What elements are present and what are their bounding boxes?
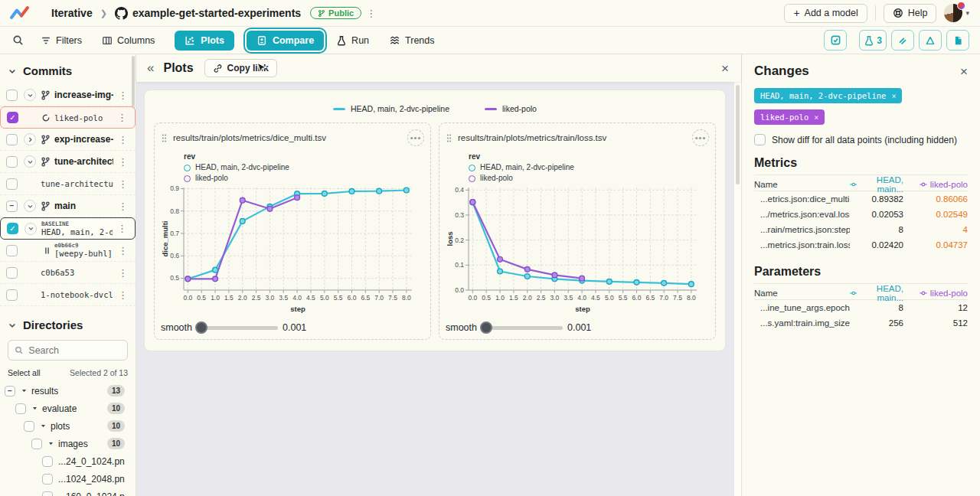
commit-checkbox[interactable]: ✓	[7, 112, 18, 123]
commit-row[interactable]: ✓liked-polo⋮	[0, 106, 136, 129]
commit-checkbox[interactable]	[6, 267, 18, 279]
directory-row[interactable]: plots10	[0, 417, 136, 435]
commit-row[interactable]: ✓BASELINEHEAD, main, 2-dvc-pip…⋮	[0, 217, 136, 240]
user-menu[interactable]: ▾	[944, 4, 969, 22]
commits-section-header[interactable]: Commits	[0, 54, 136, 84]
running-experiments-button[interactable]: 3	[859, 30, 887, 51]
add-model-button[interactable]: + Add a model	[784, 4, 867, 23]
delta-button[interactable]	[919, 30, 942, 51]
smooth-slider[interactable]	[482, 326, 563, 330]
expand-down-icon[interactable]	[24, 89, 36, 101]
plots-button[interactable]: Plots	[175, 31, 234, 51]
tree-caret-icon[interactable]	[47, 440, 54, 447]
kebab-menu-icon[interactable]: ⋮	[113, 223, 132, 234]
columns-button[interactable]: Columns	[102, 35, 155, 46]
remove-tag-icon[interactable]: ×	[891, 92, 896, 100]
help-button[interactable]: Help	[884, 4, 937, 23]
chart-svg[interactable]: 0.00.51.01.52.02.53.03.54.04.55.05.56.06…	[161, 184, 421, 315]
directory-checkbox[interactable]	[42, 474, 53, 485]
brand-name[interactable]: Iterative	[51, 7, 93, 19]
directory-row[interactable]: ...160_0_1024.png	[0, 488, 136, 496]
hidden-commits-button[interactable]	[891, 30, 914, 51]
export-file-button[interactable]	[946, 30, 969, 51]
kebab-menu-icon[interactable]: ⋮	[113, 267, 132, 279]
close-changes-icon[interactable]: ×	[960, 65, 968, 78]
commit-checkbox[interactable]: −	[6, 201, 18, 212]
directory-checkbox[interactable]	[31, 439, 42, 449]
show-diff-toggle[interactable]: Show diff for all data points (including…	[754, 134, 968, 145]
drag-handle-icon[interactable]	[446, 133, 452, 143]
directory-checkbox[interactable]: −	[5, 386, 15, 396]
directory-checkbox[interactable]	[42, 456, 53, 467]
copy-link-button[interactable]: Copy link	[204, 59, 277, 77]
directories-search[interactable]	[8, 340, 128, 361]
directory-row[interactable]: images10	[0, 435, 136, 452]
tree-caret-icon[interactable]	[21, 387, 28, 394]
directory-row[interactable]: ...1024_2048.png	[0, 470, 136, 488]
kebab-menu-icon[interactable]: ⋮	[113, 178, 132, 190]
kebab-menu-icon[interactable]: ⋮	[113, 201, 132, 212]
commit-checkbox[interactable]: ✓	[7, 223, 18, 234]
commit-row[interactable]: tune-architecture⋮	[0, 151, 136, 173]
plots-scrollbar[interactable]	[734, 82, 741, 496]
commit-checkbox[interactable]	[6, 178, 18, 190]
commit-checkbox[interactable]	[6, 134, 18, 145]
run-button[interactable]: Run	[336, 35, 369, 46]
commit-row[interactable]: c0b6a53⋮	[0, 262, 136, 284]
commit-checkbox[interactable]	[6, 90, 18, 101]
commit-checkbox[interactable]	[6, 289, 18, 301]
kebab-menu-icon[interactable]: ⋮	[113, 90, 132, 101]
revision-tag[interactable]: liked-polo×	[754, 109, 825, 125]
directory-checkbox[interactable]	[15, 403, 26, 414]
filters-button[interactable]: Filters	[41, 35, 82, 46]
chart-menu-icon[interactable]: •••	[407, 129, 424, 146]
commit-row[interactable]: exp-increase-lr⋮	[0, 129, 136, 151]
trends-button[interactable]: Trends	[389, 35, 434, 46]
collapse-panel-icon[interactable]: «	[147, 60, 154, 76]
branch-icon	[41, 90, 51, 100]
repo-menu-kebab-icon[interactable]: ⋮	[361, 8, 381, 19]
directory-checkbox[interactable]	[24, 421, 34, 432]
slider-handle[interactable]	[195, 321, 207, 334]
revision-tag[interactable]: HEAD, main, 2-dvc-pipeline×	[754, 88, 902, 103]
commit-row[interactable]: 1-notebook-dvclive⋮	[0, 284, 136, 306]
slider-handle[interactable]	[480, 321, 492, 334]
expand-down-icon[interactable]	[24, 200, 36, 212]
compare-button[interactable]: Compare	[247, 31, 324, 51]
show-diff-checkbox[interactable]	[754, 134, 766, 145]
svg-text:step: step	[575, 305, 590, 313]
kebab-menu-icon[interactable]: ⋮	[113, 134, 132, 145]
commit-checkbox[interactable]	[6, 245, 18, 256]
avatar[interactable]	[944, 4, 962, 22]
directory-row[interactable]: −results13	[0, 382, 136, 400]
repo-name[interactable]: example-get-started-experiments	[132, 7, 301, 19]
commit-row[interactable]: tune-architecture⋮	[0, 173, 136, 195]
directories-section-header[interactable]: Directories	[0, 306, 136, 338]
smooth-slider[interactable]	[197, 326, 278, 330]
select-all-link[interactable]: Select all	[8, 368, 41, 377]
expand-down-icon[interactable]	[24, 223, 37, 235]
kebab-menu-icon[interactable]: ⋮	[113, 289, 132, 301]
expand-down-icon[interactable]	[24, 155, 36, 168]
commit-row[interactable]: −main⋮	[0, 195, 136, 217]
expand-right-icon[interactable]	[24, 133, 36, 145]
kebab-menu-icon[interactable]: ⋮	[113, 112, 132, 123]
chart-menu-icon[interactable]: •••	[692, 129, 709, 146]
tree-caret-icon[interactable]	[31, 405, 38, 412]
directory-row[interactable]: ...24_0_1024.png	[0, 452, 136, 470]
drag-handle-icon[interactable]	[161, 133, 168, 143]
select-commits-button[interactable]	[824, 30, 847, 51]
kebab-menu-icon[interactable]: ⋮	[113, 245, 132, 256]
remove-tag-icon[interactable]: ×	[814, 113, 818, 122]
search-button[interactable]	[12, 34, 24, 46]
commit-row[interactable]: increase-img-size-epochs⋮	[0, 84, 136, 106]
chart-svg[interactable]: 0.00.51.01.52.02.53.03.54.04.55.05.56.06…	[446, 184, 706, 315]
close-plots-icon[interactable]: ×	[721, 62, 729, 75]
commit-row[interactable]: e0b66c9[weepy-buhl]⋮	[0, 240, 136, 262]
commit-checkbox[interactable]	[6, 156, 18, 168]
directory-row[interactable]: evaluate10	[0, 400, 136, 417]
kebab-menu-icon[interactable]: ⋮	[113, 156, 132, 168]
directories-search-input[interactable]	[28, 345, 121, 356]
directory-checkbox[interactable]	[42, 491, 53, 496]
tree-caret-icon[interactable]	[40, 423, 47, 429]
